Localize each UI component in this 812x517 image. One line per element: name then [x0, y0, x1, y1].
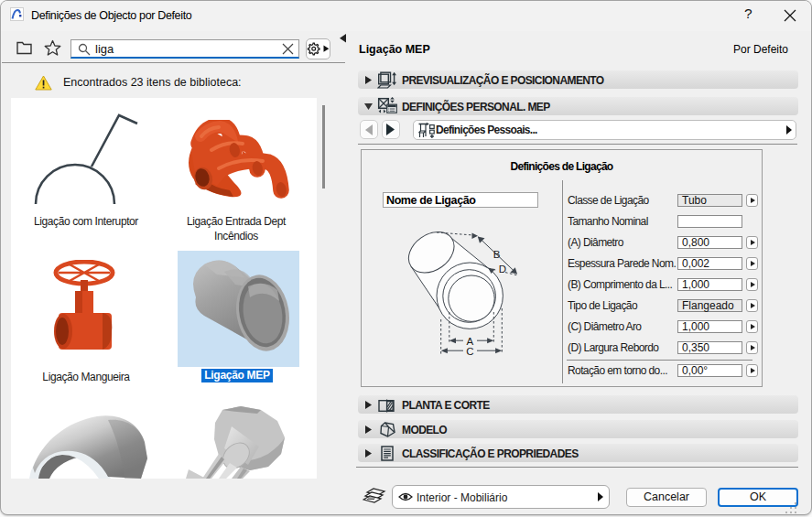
svg-text:C: C [466, 346, 473, 357]
svg-text:D: D [499, 264, 506, 275]
svg-text:B: B [493, 249, 501, 260]
